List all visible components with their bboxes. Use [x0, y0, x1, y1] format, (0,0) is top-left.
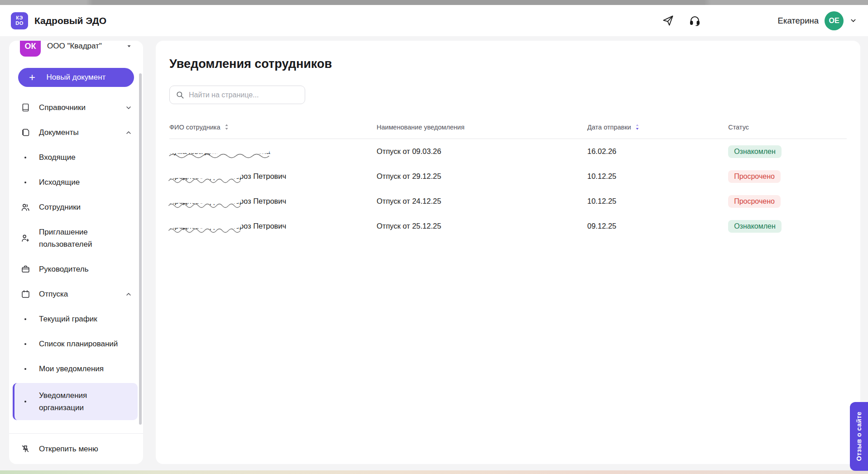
sidebar-item-dokumenty[interactable]: Документы [9, 120, 143, 145]
unpin-menu-button[interactable]: Открепить меню [9, 433, 143, 464]
app-logo: КЭ DO [11, 12, 28, 29]
employee-name: Предновогодний Мороз Петрович [169, 222, 377, 230]
sidebar-item-vhodyashchie[interactable]: Входящие [9, 145, 143, 170]
documents-icon [20, 128, 31, 137]
app-title: Кадровый ЭДО [34, 15, 106, 26]
bullet-icon [20, 401, 31, 402]
company-name: ООО "Квадрат" [47, 42, 102, 51]
people-icon [20, 202, 31, 212]
notification-name: Отпуск от 29.12.25 [377, 172, 587, 181]
sidebar: ОК ООО "Квадрат" + Новый документ Справо… [9, 41, 143, 464]
employee-name: Кумачева Диана Николаевна [169, 147, 377, 156]
main-panel: Уведомления сотрудников ФИО сотрудника Н… [156, 41, 860, 464]
status-badge: Просрочено [728, 170, 781, 183]
column-header-status: Статус [728, 124, 847, 131]
send-icon[interactable] [662, 14, 674, 27]
status-badge: Ознакомлен [728, 220, 782, 233]
bottom-gradient-strip [0, 470, 868, 474]
pin-off-icon [20, 444, 31, 454]
user-menu[interactable]: Екатерина ОЕ [778, 11, 857, 30]
page-title: Уведомления сотрудников [169, 57, 847, 71]
company-avatar: ОК [20, 41, 41, 57]
sidebar-item-spravochniki[interactable]: Справочники [9, 95, 143, 120]
company-selector[interactable]: ОК ООО "Квадрат" [9, 41, 143, 59]
chevron-down-icon [125, 104, 132, 111]
sidebar-item-spisok-planirovaniy[interactable]: Список планирований [9, 331, 143, 356]
table-header: ФИО сотрудника Наименование уведомления … [169, 123, 847, 139]
user-name: Екатерина [778, 16, 819, 26]
table-row[interactable]: Кумачева Диана Николаевна Отпуск от 09.0… [169, 139, 847, 164]
sent-date: 16.02.26 [587, 147, 728, 156]
briefcase-icon [20, 264, 31, 274]
book-icon [20, 103, 31, 112]
bullet-icon [20, 182, 31, 183]
new-document-button[interactable]: + Новый документ [18, 68, 134, 87]
sidebar-item-ishodyashchie[interactable]: Исходящие [9, 170, 143, 195]
table-row[interactable]: Предновогодний Мороз Петрович Отпуск от … [169, 164, 847, 189]
app-header: КЭ DO Кадровый ЭДО Екатерина ОЕ [0, 5, 868, 36]
bullet-icon [20, 343, 31, 345]
person-plus-icon [20, 233, 31, 243]
table-row[interactable]: Предновогодний Мороз Петрович Отпуск от … [169, 189, 847, 214]
headset-icon[interactable] [689, 14, 701, 27]
browser-top-strip [0, 0, 868, 5]
employee-name: Предновогодний Мороз Петрович [169, 197, 377, 206]
sidebar-scrollbar[interactable] [139, 73, 142, 425]
chevron-up-icon [125, 291, 132, 298]
status-badge: Ознакомлен [728, 145, 782, 158]
chevron-down-icon [849, 17, 857, 24]
notifications-table: ФИО сотрудника Наименование уведомления … [169, 123, 847, 239]
search-icon [176, 91, 184, 99]
sidebar-item-tekushchiy-grafik[interactable]: Текущий график [9, 306, 143, 331]
sent-date: 09.12.25 [587, 222, 728, 230]
logo-text-bottom: DO [15, 21, 24, 26]
bullet-icon [20, 157, 31, 158]
sidebar-item-moi-uvedomleniya[interactable]: Мои уведомления [9, 356, 143, 381]
sidebar-item-uvedomleniya-organizacii[interactable]: Уведомления организации [13, 383, 138, 420]
search-box [169, 86, 305, 104]
employee-name: Предновогодний Мороз Петрович [169, 172, 377, 181]
notification-name: Отпуск от 24.12.25 [377, 197, 587, 206]
plus-icon: + [29, 72, 35, 83]
bullet-icon [20, 368, 31, 370]
sidebar-item-rukovoditel[interactable]: Руководитель [9, 257, 143, 282]
sidebar-item-otpuska[interactable]: Отпуска [9, 282, 143, 306]
notification-name: Отпуск от 09.03.26 [377, 147, 587, 156]
calendar-icon [20, 289, 31, 299]
chevron-down-icon [126, 43, 132, 49]
site-feedback-button[interactable]: Отзыв о сайте [850, 402, 868, 471]
column-header-fio[interactable]: ФИО сотрудника [169, 123, 377, 131]
column-header-notification: Наименование уведомления [377, 124, 587, 131]
search-input[interactable] [189, 91, 299, 99]
notification-name: Отпуск от 25.12.25 [377, 222, 587, 230]
bullet-icon [20, 318, 31, 320]
avatar: ОЕ [825, 11, 844, 30]
status-badge: Просрочено [728, 195, 781, 208]
sidebar-item-priglashenie[interactable]: Приглашение пользователей [9, 220, 143, 257]
sidebar-item-sotrudniki[interactable]: Сотрудники [9, 195, 143, 220]
column-header-date[interactable]: Дата отправки [587, 123, 728, 131]
sent-date: 10.12.25 [587, 197, 728, 206]
logo-text-top: КЭ [16, 15, 23, 21]
sent-date: 10.12.25 [587, 172, 728, 181]
sidebar-nav: Справочники Документы Входящие Исходящие… [9, 91, 143, 433]
sort-icon [224, 123, 230, 131]
sort-icon-active [634, 123, 640, 131]
table-row[interactable]: Предновогодний Мороз Петрович Отпуск от … [169, 214, 847, 239]
chevron-up-icon [125, 129, 132, 136]
